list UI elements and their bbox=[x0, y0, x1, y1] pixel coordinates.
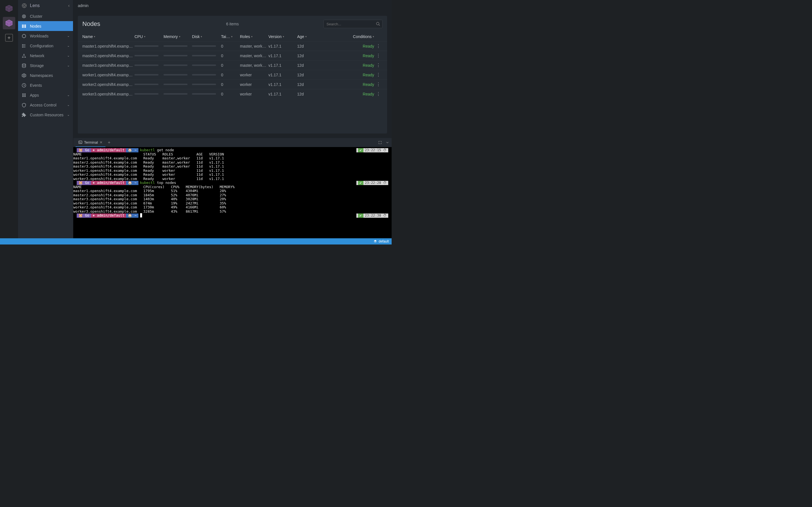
rail-cluster-2[interactable] bbox=[3, 17, 15, 29]
usage-bar bbox=[163, 64, 188, 66]
collapse-sidebar-icon[interactable]: ‹ bbox=[68, 3, 70, 8]
col-age[interactable]: Age▾ bbox=[297, 34, 326, 39]
terminal-panel: Terminal ✕ + 🐹 Go ⎈ admin/default 🏠 ~ ku… bbox=[73, 138, 392, 238]
col-conditions[interactable]: Conditions▾ bbox=[326, 34, 374, 39]
path-segment: 🏠 ~ bbox=[126, 148, 138, 152]
sidebar-item-nodes[interactable]: Nodes bbox=[18, 21, 73, 31]
cell-name: worker2.openshift4.examp… bbox=[82, 82, 135, 87]
terminal-text: NAME STATUS ROLES AGE VERSION master1.op… bbox=[73, 152, 392, 181]
row-menu-icon[interactable]: ⋮ bbox=[376, 63, 380, 68]
sort-icon: ▾ bbox=[94, 35, 95, 38]
cell-memory bbox=[163, 74, 192, 75]
terminal-text: NAME CPU(cores) CPU% MEMORY(bytes) MEMOR… bbox=[73, 185, 392, 214]
rail-cluster-1[interactable] bbox=[3, 2, 15, 15]
svg-point-36 bbox=[22, 64, 26, 65]
cell-taints: 0 bbox=[221, 92, 240, 96]
table-row[interactable]: master1.openshift4.examp… 0 master, work… bbox=[78, 41, 387, 51]
col-roles[interactable]: Roles▾ bbox=[240, 34, 268, 39]
statusbar-namespace[interactable]: default bbox=[378, 239, 389, 243]
cell-version: v1.17.1 bbox=[268, 82, 297, 87]
svg-rect-21 bbox=[24, 24, 24, 28]
row-menu-icon[interactable]: ⋮ bbox=[376, 72, 380, 77]
add-terminal-tab[interactable]: + bbox=[108, 140, 110, 145]
cell-age: 12d bbox=[297, 73, 326, 77]
svg-rect-20 bbox=[22, 24, 23, 28]
sidebar-item-namespaces[interactable]: Namespaces bbox=[18, 70, 73, 80]
usage-bar bbox=[192, 74, 216, 75]
terminal-output[interactable]: 🐹 Go ⎈ admin/default 🏠 ~ kubectl get nod… bbox=[73, 147, 392, 238]
sidebar-item-network[interactable]: Network⌄ bbox=[18, 51, 73, 61]
cell-version: v1.17.1 bbox=[268, 54, 297, 58]
row-menu-icon[interactable]: ⋮ bbox=[376, 53, 380, 58]
table-row[interactable]: master2.openshift4.examp… 0 master, work… bbox=[78, 51, 387, 60]
svg-rect-40 bbox=[22, 94, 23, 94]
sidebar-item-label: Custom Resources bbox=[30, 113, 63, 117]
sidebar-item-label: Cluster bbox=[30, 14, 42, 18]
search-icon bbox=[376, 22, 380, 26]
cell-version: v1.17.1 bbox=[268, 44, 297, 48]
usage-bar bbox=[163, 83, 188, 85]
sidebar-item-cluster[interactable]: Cluster bbox=[18, 11, 73, 21]
close-tab-icon[interactable]: ✕ bbox=[100, 140, 103, 145]
config-icon bbox=[21, 43, 27, 48]
sidebar-item-access-control[interactable]: Access Control⌄ bbox=[18, 100, 73, 110]
sidebar-item-label: Events bbox=[30, 83, 42, 88]
row-menu-icon[interactable]: ⋮ bbox=[376, 92, 380, 96]
cell-name: worker3.openshift4.examp… bbox=[82, 92, 135, 96]
sidebar-item-events[interactable]: Events bbox=[18, 80, 73, 90]
search-input[interactable] bbox=[323, 20, 383, 28]
svg-rect-45 bbox=[25, 95, 26, 96]
usage-bar bbox=[192, 64, 216, 66]
svg-line-50 bbox=[378, 24, 380, 25]
svg-rect-22 bbox=[25, 24, 26, 28]
sidebar-item-configuration[interactable]: Configuration⌄ bbox=[18, 41, 73, 51]
sidebar-header: Lens ‹ bbox=[18, 0, 73, 11]
cell-taints: 0 bbox=[221, 73, 240, 77]
events-icon bbox=[21, 83, 27, 88]
sidebar-item-storage[interactable]: Storage⌄ bbox=[18, 61, 73, 70]
status-badge: Ready bbox=[363, 44, 374, 48]
col-memory[interactable]: Memory▾ bbox=[163, 34, 192, 39]
col-name[interactable]: Name▾ bbox=[82, 34, 135, 39]
cell-conditions: Ready bbox=[326, 73, 374, 77]
col-version[interactable]: Version▾ bbox=[268, 34, 297, 39]
breadcrumb[interactable]: admin bbox=[78, 3, 89, 8]
svg-rect-48 bbox=[25, 96, 26, 97]
chevron-down-icon: ⌄ bbox=[67, 44, 70, 48]
svg-rect-42 bbox=[25, 94, 26, 94]
path-segment: 🏠 ~ bbox=[126, 181, 138, 185]
fullscreen-icon[interactable] bbox=[378, 140, 382, 145]
sidebar: Lens ‹ ClusterNodesWorkloads⌄Configurati… bbox=[18, 0, 73, 238]
cell-roles: master, work… bbox=[240, 54, 268, 58]
cell-memory bbox=[163, 45, 192, 47]
cell-memory bbox=[163, 93, 192, 95]
chevron-down-icon[interactable] bbox=[386, 140, 389, 145]
status-badge: Ready bbox=[363, 82, 374, 87]
rail-add-cluster[interactable]: + bbox=[3, 32, 15, 44]
usage-bar bbox=[135, 55, 158, 56]
table-row[interactable]: master3.openshift4.examp… 0 master, work… bbox=[78, 60, 387, 70]
table-row[interactable]: worker1.openshift4.examp… 0 worker v1.17… bbox=[78, 70, 387, 79]
table-row[interactable]: worker2.openshift4.examp… 0 worker v1.17… bbox=[78, 79, 387, 89]
row-menu-icon[interactable]: ⋮ bbox=[376, 82, 380, 87]
row-menu-icon[interactable]: ⋮ bbox=[376, 44, 380, 48]
cell-cpu bbox=[135, 83, 163, 85]
chevron-down-icon: ⌄ bbox=[67, 113, 70, 117]
table-row[interactable]: worker3.openshift4.examp… 0 worker v1.17… bbox=[78, 89, 387, 99]
col-taints[interactable]: Tai…▾ bbox=[221, 34, 240, 39]
svg-line-16 bbox=[23, 15, 24, 16]
workloads-icon bbox=[21, 34, 27, 39]
cell-version: v1.17.1 bbox=[268, 73, 297, 77]
sidebar-item-workloads[interactable]: Workloads⌄ bbox=[18, 31, 73, 41]
sidebar-item-label: Nodes bbox=[30, 24, 41, 29]
usage-bar bbox=[135, 45, 158, 47]
sidebar-item-apps[interactable]: Apps⌄ bbox=[18, 90, 73, 100]
nodes-icon bbox=[21, 24, 27, 29]
svg-rect-43 bbox=[22, 95, 23, 96]
sidebar-item-custom-resources[interactable]: Custom Resources⌄ bbox=[18, 110, 73, 120]
terminal-tab-label: Terminal bbox=[84, 140, 98, 145]
path-segment: 🏠 ~ bbox=[126, 214, 138, 218]
terminal-tab[interactable]: Terminal ✕ bbox=[75, 138, 105, 147]
col-cpu[interactable]: CPU▾ bbox=[135, 34, 163, 39]
col-disk[interactable]: Disk▾ bbox=[192, 34, 221, 39]
